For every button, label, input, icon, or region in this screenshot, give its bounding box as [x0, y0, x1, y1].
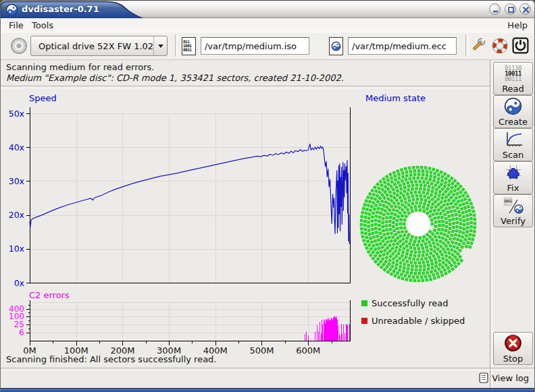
- maximize-icon: [506, 5, 516, 15]
- c2-axis-tick-label: 6: [19, 328, 24, 337]
- drive-selector-arrow: [153, 36, 167, 55]
- medium-state-disc: [355, 159, 484, 287]
- fix-button-label: Fix: [507, 183, 519, 193]
- sidebar-separator: [490, 60, 492, 388]
- green-swatch-icon: [361, 300, 367, 306]
- stop-button-label: Stop: [503, 354, 524, 364]
- speed-axis-tick-label: 20x: [9, 210, 24, 220]
- binary-yinyang-icon: 01110 10011 00111: [503, 197, 524, 215]
- menu-help[interactable]: Help: [505, 20, 530, 31]
- read-button[interactable]: 01110 10011 00111 Read: [493, 62, 533, 95]
- minimize-icon: [490, 5, 501, 15]
- curve-chart-icon: [504, 132, 523, 148]
- read-button-label: Read: [502, 84, 524, 94]
- quit-power-icon[interactable]: [512, 37, 529, 54]
- view-log-button[interactable]: View log: [479, 370, 529, 385]
- iso-file-input[interactable]: [201, 37, 309, 55]
- chevron-down-icon: [158, 45, 163, 51]
- minimize-button[interactable]: [489, 3, 501, 15]
- menu-bar: File Tools Help: [1, 18, 534, 32]
- red-swatch-icon: [361, 318, 367, 324]
- speed-axis-tick-label: 30x: [9, 176, 24, 186]
- toolbar-separator: [465, 35, 468, 57]
- footer-message: Scanning finished: All sectors successfu…: [6, 354, 217, 364]
- iso-icon-binary-row: 0011: [183, 48, 191, 52]
- help-lifebuoy-icon[interactable]: [492, 38, 508, 54]
- window-bottom-edge: [1, 388, 534, 392]
- status-line-1: Scanning medium for read errors.: [6, 62, 154, 72]
- window-title: dvdisaster-0.71: [22, 4, 99, 14]
- scan-button-label: Scan: [503, 150, 524, 160]
- speed-axis-tick-label: 0x: [14, 278, 24, 288]
- verify-button-label: Verify: [501, 216, 526, 226]
- legend-item-unreadable: Unreadable / skipped: [361, 316, 465, 326]
- x-axis-tick-label: 600M: [296, 345, 320, 356]
- view-log-label: View log: [492, 373, 529, 383]
- red-x-icon: [504, 334, 522, 352]
- verify-button[interactable]: 01110 10011 00111 Verify: [493, 194, 533, 227]
- x-axis-tick-label: 500M: [249, 345, 274, 356]
- optical-drive-icon: [11, 38, 27, 54]
- create-button[interactable]: Create: [493, 95, 533, 128]
- close-icon: [521, 5, 531, 15]
- create-button-label: Create: [499, 117, 528, 127]
- status-line-2: Medium "Example disc": CD-R mode 1, 3534…: [6, 73, 344, 83]
- speed-axis-tick-label: 50x: [9, 109, 24, 119]
- close-button[interactable]: [519, 3, 531, 15]
- maximize-button[interactable]: [505, 3, 516, 15]
- yinyang-icon: [504, 97, 522, 115]
- legend-label: Unreadable / skipped: [372, 316, 465, 326]
- legend-item-read: Successfully read: [361, 298, 448, 308]
- speed-axis-tick-label: 40x: [9, 142, 24, 152]
- binary-icon: 01110 10011 00111: [505, 65, 521, 82]
- legend-label: Successfully read: [372, 298, 448, 308]
- ecc-file-icon: [329, 37, 343, 55]
- iso-file-icon: 011 1001 0011: [182, 37, 196, 55]
- drive-selector[interactable]: Optical drive 52X FW 1.02: [30, 36, 168, 56]
- speed-axis-tick-label: 10x: [9, 244, 24, 254]
- fix-button[interactable]: Fix: [493, 161, 533, 194]
- puzzle-icon: [504, 163, 523, 182]
- speed-curve: [30, 144, 349, 244]
- preferences-wrench-icon[interactable]: [471, 36, 489, 55]
- app-yinyang-icon: [5, 3, 18, 16]
- app-window: dvdisaster-0.71 File Tools Help Optical …: [0, 0, 535, 392]
- scan-button[interactable]: Scan: [493, 128, 533, 161]
- title-bar[interactable]: dvdisaster-0.71: [1, 0, 534, 18]
- log-list-icon: [479, 372, 488, 383]
- stop-button[interactable]: Stop: [493, 332, 533, 365]
- menu-tools[interactable]: Tools: [29, 20, 56, 31]
- menu-file[interactable]: File: [6, 20, 26, 31]
- ecc-file-input[interactable]: [348, 37, 457, 55]
- toolbar-separator: [175, 35, 178, 57]
- separator: [1, 368, 534, 370]
- drive-selector-value: Optical drive 52X FW 1.02: [31, 41, 153, 51]
